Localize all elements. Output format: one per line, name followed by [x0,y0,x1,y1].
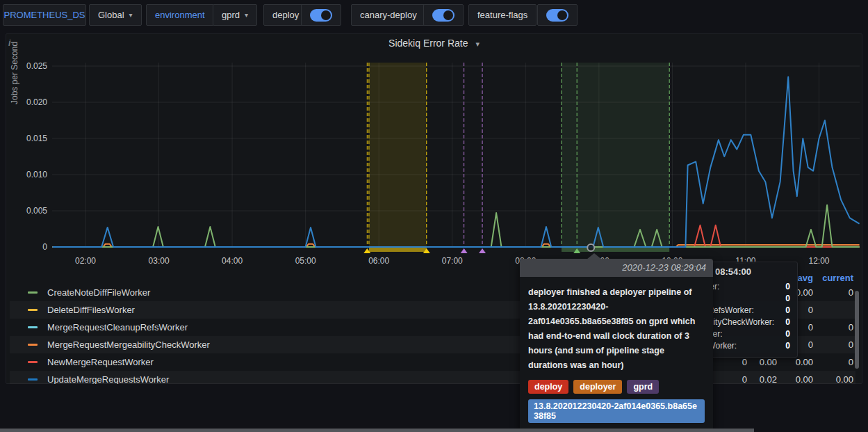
environment-dropdown-value: gprd [222,10,240,20]
annotation-marker-icon [461,248,468,253]
error-rate-chart[interactable] [6,33,862,263]
chevron-down-icon: ▾ [245,11,248,19]
annotation-tag[interactable]: deployer [573,380,622,394]
hover-series-value: 0 [785,341,790,351]
chevron-down-icon: ▾ [475,40,480,48]
hover-series-value: 0 [785,294,790,303]
x-tick-label: 07:00 [432,256,473,266]
legend-series-name[interactable]: CreateNoteDiffFileWorker [47,287,150,298]
annotation-hover-marker-icon [587,244,594,251]
annotation-timestamp: 2020-12-23 08:29:04 [520,259,713,277]
hover-series-value: 0 [785,317,790,327]
legend-value: 0 [805,357,853,367]
legend-scrollbar[interactable] [855,291,859,369]
annotation-version-tag[interactable]: 13.8.202012230420-2af014e0365.b8a65e38f8… [528,399,705,423]
annotation-region [369,63,427,247]
series-color-icon[interactable] [28,291,38,294]
legend-column-header[interactable]: current [805,273,853,282]
variables-toolbar: PROMETHEUS_DS Global ▾ environment gprd … [0,0,868,31]
feature-flags-toggle[interactable] [537,4,578,26]
annotation-region-bar [369,247,427,252]
series-color-icon[interactable] [28,378,38,381]
panel-title[interactable]: Sidekiq Error Rate ▾ [6,38,862,49]
series-color-icon[interactable] [28,326,38,328]
x-tick-label: 04:00 [211,256,253,266]
global-dropdown[interactable]: Global ▾ [89,4,142,26]
legend-value: 0.00 [805,374,853,384]
hover-series-value: 0 [785,329,790,339]
series-line [53,225,860,247]
legend-series-name[interactable]: MergeRequestCleanupRefsWorker [47,322,188,333]
x-tick-label: 02:00 [65,256,106,266]
datasource-label: PROMETHEUS_DS [3,10,85,20]
hover-series-value: 0 [785,282,790,291]
annotation-tags: deploydeployergprd [528,380,705,394]
legend-row[interactable]: UpdateMergeRequestsWorker00.020.000.00 [10,371,855,384]
annotation-tag[interactable]: deploy [528,380,568,394]
deploy-toggle[interactable] [301,4,341,26]
environment-variable-label[interactable]: environment [146,4,214,26]
x-tick-label: 05:00 [285,256,327,266]
environment-dropdown[interactable]: gprd ▾ [213,4,257,26]
canary-deploy-switch-label: canary-deploy [351,4,426,26]
y-tick-label: 0.025 [15,61,47,71]
y-tick-label: 0.015 [15,134,47,143]
series-color-icon[interactable] [28,344,38,346]
y-tick-label: 0.005 [15,206,47,216]
series-line [53,205,860,247]
canary-deploy-toggle[interactable] [423,4,464,26]
series-color-icon[interactable] [28,361,38,363]
hover-series-value: 0 [785,305,790,315]
legend-value: 0 [805,339,853,350]
x-tick-label: 06:00 [358,256,400,266]
annotation-marker-icon [479,248,486,253]
legend-value: 0 [805,287,853,298]
y-tick-label: 0.010 [15,170,47,179]
panel-info-icon[interactable]: i [8,38,10,48]
toggle-on-icon [310,9,332,22]
y-axis-label: Jobs per Second [10,42,19,104]
legend-value: 0 [805,322,853,333]
series-color-icon[interactable] [28,309,38,311]
annotation-tooltip: 2020-12-23 08:29:04 deployer finished a … [520,259,713,432]
y-tick-label: 0.020 [15,97,47,107]
tooltip-arrow-icon [587,253,602,259]
legend-series-name[interactable]: UpdateMergeRequestsWorker [47,374,169,384]
x-tick-label: 03:00 [138,256,180,266]
feature-flags-switch-label: feature-flags [468,4,537,26]
annotation-tag[interactable]: gprd [627,380,659,394]
global-dropdown-value: Global [98,10,124,20]
legend-series-name[interactable]: NewMergeRequestWorker [47,357,154,367]
chevron-down-icon: ▾ [129,11,133,19]
annotation-text: deployer finished a deployer pipeline of… [528,285,705,373]
toggle-on-icon [432,9,455,22]
legend-series-name[interactable]: MergeRequestMergeabilityCheckWorker [47,339,210,350]
x-tick-label: 12:00 [799,256,840,266]
legend-series-name[interactable]: DeleteDiffFilesWorker [47,305,135,315]
annotation-region [562,63,669,247]
y-tick-label: 0 [15,242,47,252]
toggle-on-icon [546,9,568,22]
horizontal-scrollbar[interactable] [0,429,754,432]
datasource-picker[interactable]: PROMETHEUS_DS [3,4,86,26]
